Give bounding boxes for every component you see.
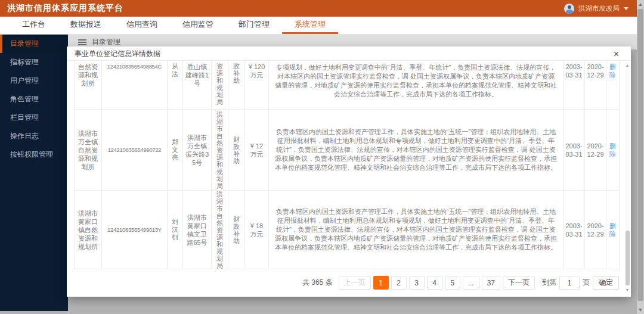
cell-org-name: 洪湖市黄家口镇自然资源和规划所 [74,191,101,269]
cell-credit-code: 12421083565499013Y [101,191,167,269]
modal-scrollbar-thumb[interactable] [626,231,630,285]
chevron-down-icon [624,7,628,10]
breadcrumb-label: 目录管理 [92,37,120,47]
top-header-bar: 洪湖市信用体系应用系统平台 洪湖市发改局 [0,0,644,17]
goto-page-group: 到第 页 确定 [542,276,619,290]
sidebar-item-operation-log[interactable]: 操作日志 [0,127,68,145]
cell-amount: ¥ 18 万元 [244,191,268,269]
cell-supervisor-dept: 洪湖市自然资源和规划局 [211,110,228,190]
user-avatar-icon [564,4,574,14]
sidebar-item-indicator-mgmt[interactable]: 指标管理 [0,53,68,71]
cell-supervisor-dept: 资源和规划局 [211,61,228,109]
page-scrollbar[interactable] [637,0,644,314]
cell-duty-description: 负责本辖区内的国土资源和资产管理工作，具体实施土地的“五统一”管理；组织农用地转… [268,110,563,190]
page-button-4[interactable]: 4 [427,276,442,290]
data-table: 自然资源和规划所 12421083565498854C 从法 胜山镇建峰路1号 … [74,61,620,269]
modal-header: 事业单位登记信息详情数据 × [67,46,631,61]
goto-suffix-label: 页 [583,278,590,288]
cell-address: 胜山镇建峰路1号 [182,61,211,109]
cell-funding-type: 财政补助 [228,110,244,190]
cell-start-date: 2003-03-31 [563,61,584,109]
page-button-3[interactable]: 3 [409,276,425,290]
user-name: 洪湖市发改局 [578,4,620,13]
delete-link[interactable]: 删除 [606,191,620,269]
cell-legal-person: 刘汉钊 [167,191,182,269]
table-row: 洪湖市万全镇自然资源和规划所 124210835654990722 郑文亮 洪湖… [74,110,620,191]
table-row: 自然资源和规划所 12421083565498854C 从法 胜山镇建峰路1号 … [74,61,620,110]
pagination-total: 共 365 条 [302,278,333,288]
next-page-button[interactable]: 下一页 [503,276,535,290]
tab-credit-query[interactable]: 信用查询 [114,17,170,34]
cell-funding-type: 政补助 [228,61,244,109]
cell-end-date: 2020-12-29 [584,191,606,269]
goto-confirm-button[interactable]: 确定 [593,276,619,290]
cell-amount: ¥ 12 万元 [244,110,268,190]
app-root: 洪湖市信用体系应用系统平台 洪湖市发改局 工作台 数据报送 信用查询 信用监管 … [0,0,644,314]
delete-link[interactable]: 删除 [606,110,620,190]
modal-scrollbar[interactable] [625,63,630,293]
cell-duty-description: 负责本辖区内的国土资源和资产管理工作，具体实施土地的“五统一”管理；组织农用地转… [268,191,563,269]
sidebar-item-role-mgmt[interactable]: 角色管理 [0,90,68,108]
tab-credit-supervision[interactable]: 信用监管 [170,17,226,34]
menu-collapse-icon[interactable] [78,39,86,45]
page-button-2[interactable]: 2 [391,276,407,290]
main-nav: 工作台 数据报送 信用查询 信用监管 部门管理 系统管理 [0,17,644,35]
page-button-1[interactable]: 1 [373,276,389,290]
cell-duty-description: 专项规划，做好土地利用变更调查中的“月清、季登、年统计”，负责国土资源法律、法规… [268,61,563,109]
sidebar-item-column-mgmt[interactable]: 栏目管理 [0,108,68,127]
cell-end-date: 2020-12-29 [584,61,606,109]
tab-data-report[interactable]: 数据报送 [58,17,114,34]
page-scrollbar-thumb[interactable] [637,9,643,301]
cell-credit-code: 124210835654990722 [101,110,167,190]
scroll-up-icon[interactable] [637,0,644,8]
sidebar-item-user-mgmt[interactable]: 用户管理 [0,71,68,90]
sidebar-item-button-permission[interactable]: 按钮权限管理 [0,145,68,164]
detail-modal: 事业单位登记信息详情数据 × 自然资源和规划所 1242108356549885… [67,46,631,297]
page-ellipsis-button[interactable]: ... [463,276,479,290]
close-icon[interactable]: × [614,50,619,58]
tab-system-mgmt[interactable]: 系统管理 [282,17,338,34]
scroll-up-icon[interactable] [625,63,630,68]
sidebar-item-catalog-mgmt[interactable]: 目录管理 [0,35,68,53]
scroll-down-icon[interactable] [637,306,644,314]
cell-address: 洪湖市黄家口镇文卫路65号 [182,191,211,269]
user-menu[interactable]: 洪湖市发改局 [564,4,628,14]
page-button-37[interactable]: 37 [482,276,500,290]
sidebar: 目录管理 指标管理 用户管理 角色管理 栏目管理 操作日志 按钮权限管理 [0,35,68,311]
cell-funding-type: 财政补助 [228,191,244,269]
scroll-down-icon[interactable] [625,287,630,293]
cell-address: 洪湖市万全镇振兴路35号 [182,110,211,190]
pagination-bar: 共 365 条 上一页 1 2 3 4 5 ... 37 下一页 到第 页 确定 [67,276,631,290]
cell-org-name: 自然资源和规划所 [74,61,101,109]
tab-department-mgmt[interactable]: 部门管理 [226,17,282,34]
cell-amount: ¥ 120 万元 [244,61,268,109]
app-title: 洪湖市信用体系应用系统平台 [7,3,123,14]
cell-end-date: 2020-12-29 [584,110,606,190]
goto-page-input[interactable] [559,276,580,290]
cell-credit-code: 12421083565498854C [101,61,167,109]
cell-legal-person: 从法 [167,61,182,109]
cell-start-date: 2003-03-31 [563,191,584,269]
prev-page-button[interactable]: 上一页 [339,276,371,290]
cell-start-date: 2003-03-31 [563,110,584,190]
cell-org-name: 洪湖市万全镇自然资源和规划所 [74,110,101,190]
cell-supervisor-dept: 洪湖市自然资源和规划局 [211,191,228,269]
delete-link[interactable]: 删除 [606,61,620,109]
tab-workbench[interactable]: 工作台 [10,17,58,34]
goto-prefix-label: 到第 [542,278,556,288]
modal-title: 事业单位登记信息详情数据 [75,49,160,59]
page-button-5[interactable]: 5 [445,276,460,290]
table-row: 洪湖市黄家口镇自然资源和规划所 12421083565499013Y 刘汉钊 洪… [74,191,620,269]
cell-legal-person: 郑文亮 [167,110,182,190]
